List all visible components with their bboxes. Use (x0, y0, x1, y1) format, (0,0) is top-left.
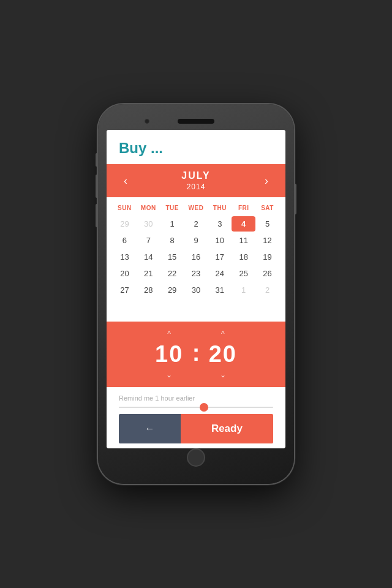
minutes-control: ^ 20 ⌄ (206, 328, 239, 381)
speaker-grille (178, 119, 214, 124)
calendar-day-25[interactable]: 23 (184, 266, 208, 281)
slider-track (119, 407, 273, 408)
calendar-day-31[interactable]: 29 (160, 282, 184, 298)
hours-display: 10 (153, 341, 186, 368)
calendar-day-33[interactable]: 31 (208, 282, 232, 298)
calendar-day-3[interactable]: 1 (160, 216, 184, 232)
calendar-day-29[interactable]: 27 (113, 282, 137, 298)
day-headers-row: SUN MON TUE WED THU FRI SAT (113, 202, 279, 214)
day-header-sun: SUN (113, 202, 137, 214)
reminder-slider-container[interactable] (119, 407, 273, 408)
camera-icon (145, 119, 149, 124)
calendar-grid: SUN MON TUE WED THU FRI SAT 293012345678… (107, 197, 285, 322)
day-header-wed: WED (184, 202, 208, 214)
day-header-mon: MON (137, 202, 160, 214)
minutes-up-button[interactable]: ^ (215, 328, 231, 340)
home-button[interactable] (187, 448, 205, 467)
calendar-days-grid: 2930123456789101112131415161718192021222… (113, 216, 279, 298)
calendar-day-6[interactable]: 4 (232, 216, 255, 232)
volume-down-button (96, 204, 98, 227)
calendar-header: ‹ JULY 2014 › (107, 164, 285, 197)
minutes-display: 20 (206, 341, 239, 368)
calendar-day-18[interactable]: 16 (184, 249, 208, 265)
calendar-day-14[interactable]: 12 (255, 233, 279, 248)
calendar-day-20[interactable]: 18 (232, 249, 255, 265)
calendar-day-16[interactable]: 14 (137, 249, 160, 265)
bottom-section: Remind me 1 hour earlier ← Ready (107, 387, 285, 448)
hours-down-button[interactable]: ⌄ (160, 369, 178, 381)
phone-top-bar (107, 113, 285, 130)
month-year-display: JULY 2014 (181, 170, 210, 191)
calendar-day-2[interactable]: 30 (137, 216, 160, 232)
ready-button[interactable]: Ready (181, 414, 273, 443)
time-colon: : (192, 340, 200, 366)
calendar-day-8[interactable]: 6 (113, 233, 137, 248)
day-header-fri: FRI (232, 202, 255, 214)
title-bar: Buy ... (107, 130, 285, 164)
calendar-day-34[interactable]: 1 (232, 282, 255, 298)
calendar-day-1[interactable]: 29 (113, 216, 137, 232)
time-picker: ^ 10 ⌄ : ^ 20 ⌄ (107, 322, 285, 387)
calendar-day-27[interactable]: 25 (232, 266, 255, 281)
calendar-day-15[interactable]: 13 (113, 249, 137, 265)
phone-bottom-bar (107, 448, 285, 467)
calendar-day-4[interactable]: 2 (184, 216, 208, 232)
slider-fill (119, 407, 204, 408)
calendar-day-28[interactable]: 26 (255, 266, 279, 281)
calendar-day-13[interactable]: 11 (232, 233, 255, 248)
calendar-day-21[interactable]: 19 (255, 249, 279, 265)
next-month-button[interactable]: › (260, 172, 273, 190)
power-button (294, 184, 296, 214)
calendar-day-17[interactable]: 15 (160, 249, 184, 265)
calendar-day-9[interactable]: 7 (137, 233, 160, 248)
phone-screen: Buy ... ‹ JULY 2014 › SUN MON TUE WED TH… (107, 130, 285, 448)
year-label: 2014 (181, 183, 210, 191)
calendar-day-12[interactable]: 10 (208, 233, 232, 248)
hours-control: ^ 10 ⌄ (153, 328, 186, 381)
prev-month-button[interactable]: ‹ (119, 172, 132, 190)
calendar-day-35[interactable]: 2 (255, 282, 279, 298)
calendar-day-23[interactable]: 21 (137, 266, 160, 281)
back-button[interactable]: ← (119, 414, 181, 443)
calendar-day-7[interactable]: 5 (255, 216, 279, 232)
volume-up-button (96, 175, 98, 198)
calendar-day-32[interactable]: 30 (184, 282, 208, 298)
bottom-buttons: ← Ready (119, 414, 273, 443)
page-title: Buy ... (119, 140, 273, 157)
calendar-day-10[interactable]: 8 (160, 233, 184, 248)
day-header-sat: SAT (255, 202, 279, 214)
slider-thumb[interactable] (200, 403, 208, 412)
calendar-day-30[interactable]: 28 (137, 282, 160, 298)
calendar-day-5[interactable]: 3 (208, 216, 232, 232)
minutes-down-button[interactable]: ⌄ (214, 369, 232, 381)
month-label: JULY (181, 170, 210, 181)
day-header-tue: TUE (160, 202, 184, 214)
calendar-day-26[interactable]: 24 (208, 266, 232, 281)
calendar-day-11[interactable]: 9 (184, 233, 208, 248)
calendar-day-22[interactable]: 20 (113, 266, 137, 281)
calendar-day-19[interactable]: 17 (208, 249, 232, 265)
day-header-thu: THU (208, 202, 232, 214)
phone-frame: Buy ... ‹ JULY 2014 › SUN MON TUE WED TH… (98, 104, 294, 484)
hours-up-button[interactable]: ^ (161, 328, 177, 340)
mute-button (96, 153, 98, 167)
calendar-day-24[interactable]: 22 (160, 266, 184, 281)
reminder-label: Remind me 1 hour earlier (119, 394, 273, 402)
